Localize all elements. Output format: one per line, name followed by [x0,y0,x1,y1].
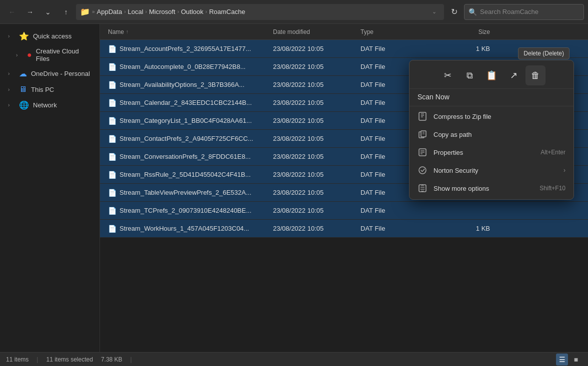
norton-label: Norton Security [434,167,558,174]
context-show-more[interactable]: Show more options Shift+F10 [410,179,574,197]
scan-now-label: Scan Now [418,93,450,101]
copy-path-label: Copy as path [434,131,566,138]
context-norton[interactable]: Norton Security › [410,161,574,179]
context-paste-button[interactable]: 📋 [482,65,502,85]
context-separator-1 [410,106,574,106]
cut-icon: ✂ [444,70,452,81]
properties-icon [418,147,428,157]
context-share-button[interactable]: ↗ [504,65,524,85]
context-menu: Delete (Delete) ✂ ⧉ 📋 ↗ 🗑 Scan Now [409,60,574,200]
svg-rect-0 [419,112,426,120]
context-copy-button[interactable]: ⧉ [460,65,480,85]
svg-rect-13 [419,185,426,192]
context-scan-now[interactable]: Scan Now [410,89,574,105]
copy-icon: ⧉ [466,70,473,81]
compress-icon [418,111,428,121]
copy-path-icon [418,129,428,139]
context-cut-button[interactable]: ✂ [438,65,458,85]
share-icon: ↗ [510,70,518,81]
delete-tooltip: Delete (Delete) [518,47,570,59]
context-properties[interactable]: Properties Alt+Enter [410,143,574,161]
compress-label: Compress to Zip file [434,113,566,120]
context-compress[interactable]: Compress to Zip file [410,107,574,125]
properties-shortcut: Alt+Enter [540,149,566,156]
context-menu-overlay[interactable]: Delete (Delete) ✂ ⧉ 📋 ↗ 🗑 Scan Now [0,0,588,366]
show-more-label: Show more options [434,185,534,192]
properties-label: Properties [434,149,534,156]
delete-icon: 🗑 [531,70,540,81]
context-copy-path[interactable]: Copy as path [410,125,574,143]
show-more-icon [418,183,428,193]
paste-icon: 📋 [486,70,497,81]
context-icon-strip: ✂ ⧉ 📋 ↗ 🗑 [410,62,574,89]
norton-icon [418,165,428,175]
show-more-shortcut: Shift+F10 [540,185,566,192]
context-delete-button[interactable]: 🗑 [526,65,546,85]
norton-arrow-icon: › [564,167,566,174]
svg-point-12 [419,167,426,174]
